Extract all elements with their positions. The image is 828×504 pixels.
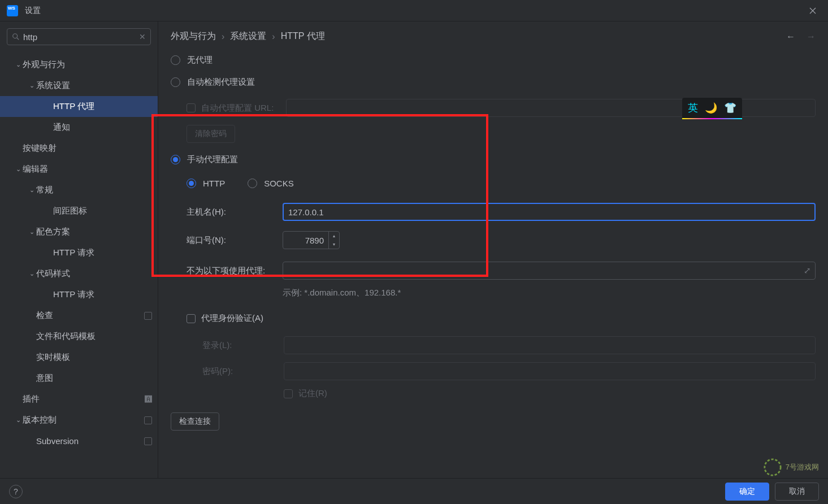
tree-item-label: 插件 [23,394,40,405]
project-badge-icon [144,437,152,445]
search-icon [12,33,20,41]
project-badge-icon [144,312,152,320]
ok-button[interactable]: 确定 [725,483,769,501]
label-password: 密码(P): [202,366,284,377]
tree-item-label: 检查 [36,310,53,321]
clear-search-icon[interactable]: ✕ [139,32,146,41]
watermark: 7号游戏网 [763,458,819,477]
tree-item[interactable]: 实时模板 [0,347,158,368]
highlight-box [151,114,488,277]
label-remember: 记住(R) [298,388,327,399]
label-no-proxy: 无代理 [187,55,213,66]
tree-item[interactable]: 意图 [0,368,158,389]
ime-widget[interactable]: 英 🌙 👕 [682,98,742,119]
tree-item[interactable]: ⌄配色方案 [0,221,158,242]
tree-item[interactable]: 插件🅰 [0,389,158,410]
crumb-http-proxy: HTTP 代理 [281,31,325,42]
check-connection-button[interactable]: 检查连接 [171,412,219,431]
checkbox-auto-url [187,103,196,112]
tree-item-label: Subversion [36,436,79,446]
chevron-down-icon: ⌄ [27,186,36,194]
nav-back-icon[interactable]: ← [786,32,795,42]
example-text: 示例: *.domain.com、192.168.* [283,288,401,298]
tree-item-label: 外观与行为 [23,59,65,70]
search-input[interactable] [23,32,139,42]
chevron-down-icon: ⌄ [27,270,36,277]
label-auto-detect: 自动检测代理设置 [187,77,255,88]
tree-item-label: 代码样式 [36,268,70,279]
settings-tree: ⌄外观与行为⌄系统设置HTTP 代理通知按键映射⌄编辑器⌄常规间距图标⌄配色方案… [0,52,158,478]
tree-item-label: 通知 [53,122,70,133]
label-auto-url: 自动代理配置 URL: [201,103,286,114]
tree-item-label: 常规 [36,185,53,195]
tree-item-label: 按键映射 [23,143,57,154]
radio-auto-detect[interactable] [171,77,180,87]
tree-item-label: 文件和代码模板 [36,331,96,342]
nav-forward-icon: → [807,32,816,42]
tree-item[interactable]: 间距图标 [0,201,158,221]
sidebar: ✕ ⌄外观与行为⌄系统设置HTTP 代理通知按键映射⌄编辑器⌄常规间距图标⌄配色… [0,21,158,478]
crumb-appearance[interactable]: 外观与行为 [171,31,216,42]
tree-item-label: HTTP 请求 [53,247,94,258]
tree-item-label: HTTP 请求 [53,289,94,300]
chevron-down-icon: ⌄ [14,166,23,173]
tree-item-label: 配色方案 [36,227,70,237]
tree-item[interactable]: HTTP 请求 [0,284,158,305]
ime-lang: 英 [688,101,698,115]
input-login [284,336,816,354]
tree-item-label: 系统设置 [36,80,70,91]
svg-point-0 [13,34,18,38]
checkbox-auth[interactable] [187,314,196,323]
tree-item[interactable]: Subversion [0,431,158,451]
search-box: ✕ [7,28,151,45]
help-button[interactable]: ? [9,485,23,498]
tree-item[interactable]: ⌄系统设置 [0,75,158,96]
tree-item[interactable]: HTTP 代理 [0,96,158,117]
tree-item[interactable]: 按键映射 [0,138,158,159]
tree-item[interactable]: ⌄代码样式 [0,263,158,284]
radio-no-proxy[interactable] [171,55,180,65]
tree-item-label: 意图 [36,373,53,384]
crumb-system[interactable]: 系统设置 [230,31,266,42]
tree-item[interactable]: ⌄外观与行为 [0,54,158,75]
tree-item-label: HTTP 代理 [53,101,94,112]
tree-item[interactable]: ⌄编辑器 [0,159,158,180]
tree-item[interactable]: 通知 [0,117,158,138]
tree-item[interactable]: 检查 [0,305,158,326]
chevron-down-icon: ⌄ [27,228,36,236]
chevron-down-icon: ⌄ [14,416,23,424]
close-button[interactable] [804,2,821,19]
chevron-down-icon: ⌄ [27,82,36,89]
window-title: 设置 [25,6,41,16]
tree-item[interactable]: 文件和代码模板 [0,326,158,347]
footer: ? 确定 取消 [0,478,828,504]
titlebar: 设置 [0,0,828,21]
checkbox-remember [284,389,293,398]
moon-icon[interactable]: 🌙 [705,102,717,114]
input-password [284,362,816,380]
app-icon [7,5,18,16]
tree-item-label: 编辑器 [23,164,48,175]
tree-item-label: 实时模板 [36,352,70,363]
cancel-button[interactable]: 取消 [775,483,819,501]
lang-icon: 🅰 [145,395,152,403]
expand-icon[interactable]: ⤢ [804,266,811,276]
breadcrumb: 外观与行为 › 系统设置 › HTTP 代理 ← → [171,31,816,42]
main: ✕ ⌄外观与行为⌄系统设置HTTP 代理通知按键映射⌄编辑器⌄常规间距图标⌄配色… [0,21,828,478]
svg-point-1 [765,459,781,475]
project-badge-icon [144,416,152,424]
chevron-down-icon: ⌄ [14,61,23,68]
shirt-icon[interactable]: 👕 [724,102,736,114]
tree-item[interactable]: ⌄常规 [0,180,158,201]
content-panel: 外观与行为 › 系统设置 › HTTP 代理 ← → 无代理 自动检测代理设置 [158,21,828,478]
tree-item[interactable]: HTTP 请求 [0,242,158,263]
tree-item-label: 间距图标 [53,206,87,216]
label-login: 登录(L): [202,340,284,351]
tree-item[interactable]: ⌄版本控制 [0,410,158,431]
tree-item-label: 版本控制 [23,415,57,425]
label-auth: 代理身份验证(A) [201,313,263,324]
